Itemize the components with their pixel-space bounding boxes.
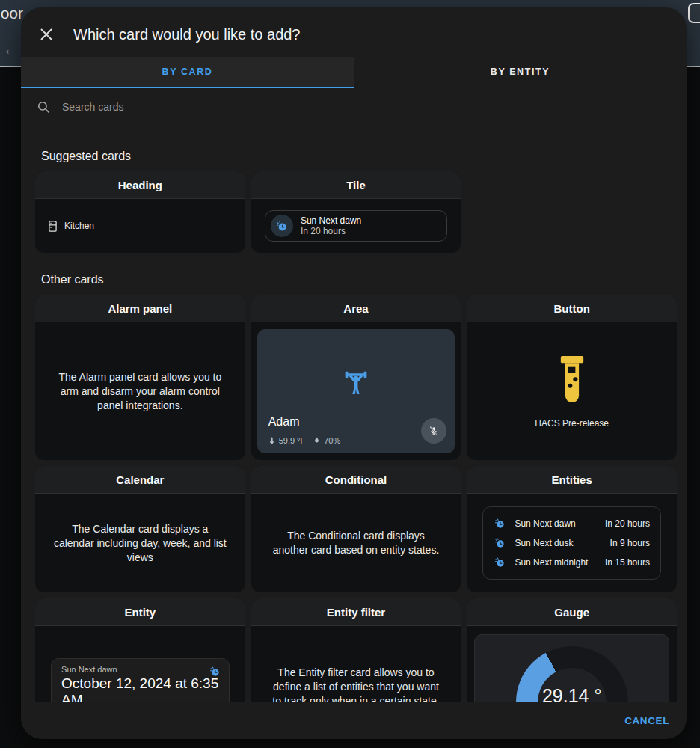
back-arrow-icon: ←: [2, 39, 19, 59]
entities-preview-box: Sun Next dawn In 20 hours Sun Next dusk …: [482, 506, 661, 580]
motion-off-icon: [428, 425, 440, 437]
area-humidity: 70%: [324, 436, 340, 445]
cancel-button[interactable]: CANCEL: [624, 715, 669, 726]
card-option-tile[interactable]: Tile Sun Next dawn In 20 hours: [251, 171, 461, 253]
area-sensor-toggle-button[interactable]: [421, 418, 446, 444]
card-option-calendar[interactable]: Calendar The Calendar card displays a ca…: [35, 466, 245, 592]
button-entity-label: HACS Pre-release: [535, 418, 609, 429]
gauge-preview-box: 29.14 ° Sun Solar elevation: [474, 634, 669, 702]
card-option-entity-filter[interactable]: Entity filter The Entity filter card all…: [251, 598, 461, 702]
card-title: Entity: [35, 598, 245, 626]
card-description: The Alarm panel card allows you to arm a…: [35, 370, 245, 413]
area-preview-surface: Adam 59.9 °F 70%: [257, 329, 455, 453]
add-card-dialog: Which card would you like to add? BY CAR…: [21, 7, 687, 739]
heading-preview-text: Kitchen: [64, 221, 94, 231]
gauge-graphic: 29.14 °: [516, 646, 628, 702]
card-title: Entities: [467, 466, 677, 494]
entity-name: Sun Next dawn: [515, 518, 596, 529]
card-title: Area: [251, 295, 461, 322]
humidity-icon: [313, 435, 321, 445]
card-title: Conditional: [251, 466, 461, 494]
card-title: Heading: [35, 171, 245, 199]
tile-card-preview: Sun Next dawn In 20 hours: [251, 199, 461, 253]
other-cards-grid: Alarm panel The Alarm panel card allows …: [35, 295, 677, 702]
tile-icon-circle: [271, 215, 293, 237]
sun-clock-icon: [494, 518, 506, 530]
card-title: Button: [467, 295, 677, 322]
tile-preview-text: Sun Next dawn In 20 hours: [301, 215, 361, 236]
card-title: Entity filter: [251, 598, 461, 626]
search-bar: [21, 88, 687, 126]
thermometer-icon: [268, 435, 276, 445]
card-option-area[interactable]: Area Adam: [251, 295, 461, 460]
close-icon: [40, 28, 53, 41]
suggested-cards-heading: Suggested cards: [41, 150, 677, 163]
card-option-conditional[interactable]: Conditional The Conditional card display…: [251, 466, 461, 592]
card-picker-scroll-area[interactable]: Suggested cards Heading Kitchen Tile: [21, 126, 687, 702]
entity-name-label: Sun Next dawn: [61, 665, 219, 674]
entity-state-value: October 12, 2024 at 6:35 AM: [61, 675, 219, 702]
entity-state: In 15 hours: [605, 557, 650, 568]
search-input[interactable]: [62, 101, 671, 113]
card-option-alarm-panel[interactable]: Alarm panel The Alarm panel card allows …: [35, 295, 245, 460]
sun-clock-icon: [209, 666, 221, 678]
background-page-title: loor: [0, 4, 23, 22]
card-title: Alarm panel: [35, 295, 245, 322]
sun-clock-icon: [494, 557, 506, 568]
sun-clock-icon: [494, 537, 506, 549]
entities-row: Sun Next dawn In 20 hours: [494, 514, 650, 533]
suggested-cards-grid: Heading Kitchen Tile: [35, 171, 677, 253]
area-name: Adam: [268, 415, 300, 429]
area-sensor-stats: 59.9 °F 70%: [268, 435, 341, 445]
tile-entity-state: In 20 hours: [301, 226, 361, 236]
card-option-button[interactable]: Button HACS Pre-release: [467, 295, 677, 460]
gauge-card-preview: 29.14 ° Sun Solar elevation: [467, 626, 677, 702]
tab-bar: BY CARD BY ENTITY: [21, 57, 687, 88]
tab-by-card[interactable]: BY CARD: [21, 57, 354, 88]
card-option-gauge[interactable]: Gauge 29.14 ° Sun Solar elevation: [467, 598, 677, 702]
entity-preview-box: Sun Next dawn October 12, 2024 at 6:35 A…: [51, 658, 230, 702]
dialog-footer: CANCEL: [21, 702, 687, 739]
entities-row: Sun Next midnight In 15 hours: [494, 553, 650, 572]
weight-lifter-icon: [339, 365, 373, 399]
card-title: Gauge: [467, 598, 677, 626]
gauge-value: 29.14 °: [516, 685, 628, 702]
card-title: Tile: [251, 171, 461, 199]
dialog-header: Which card would you like to add?: [21, 7, 687, 57]
card-option-heading[interactable]: Heading Kitchen: [35, 171, 245, 253]
card-option-entity[interactable]: Entity Sun Next dawn October 12, 2024 at…: [35, 598, 245, 702]
entity-state: In 20 hours: [605, 518, 650, 529]
tile-entity-name: Sun Next dawn: [301, 215, 361, 226]
entities-row: Sun Next dusk In 9 hours: [494, 533, 650, 553]
entity-name: Sun Next dusk: [515, 538, 601, 548]
card-title: Calendar: [35, 466, 245, 494]
entity-name: Sun Next midnight: [515, 557, 596, 568]
card-description: The Conditional card displays another ca…: [251, 529, 461, 557]
sun-clock-icon: [275, 220, 288, 233]
grid-spacer: [467, 171, 677, 253]
card-option-entities[interactable]: Entities Sun Next dawn In 20 hours: [467, 466, 677, 592]
other-cards-heading: Other cards: [41, 273, 677, 286]
search-icon: [37, 100, 51, 114]
fridge-icon: [48, 221, 58, 232]
test-tube-icon: [555, 355, 589, 408]
entity-state: In 9 hours: [610, 538, 650, 548]
background-partial-button: [688, 3, 700, 23]
card-description: The Entity filter card allows you to def…: [251, 666, 461, 702]
card-description: The Calendar card displays a calendar in…: [35, 522, 245, 565]
heading-card-preview: Kitchen: [35, 199, 245, 253]
dialog-title: Which card would you like to add?: [73, 26, 301, 43]
area-temperature: 59.9 °F: [279, 436, 306, 445]
close-button[interactable]: [37, 25, 55, 43]
tab-by-entity[interactable]: BY ENTITY: [354, 57, 687, 88]
area-card-preview: Adam 59.9 °F 70%: [251, 322, 461, 460]
tile-preview-pill: Sun Next dawn In 20 hours: [265, 210, 447, 242]
